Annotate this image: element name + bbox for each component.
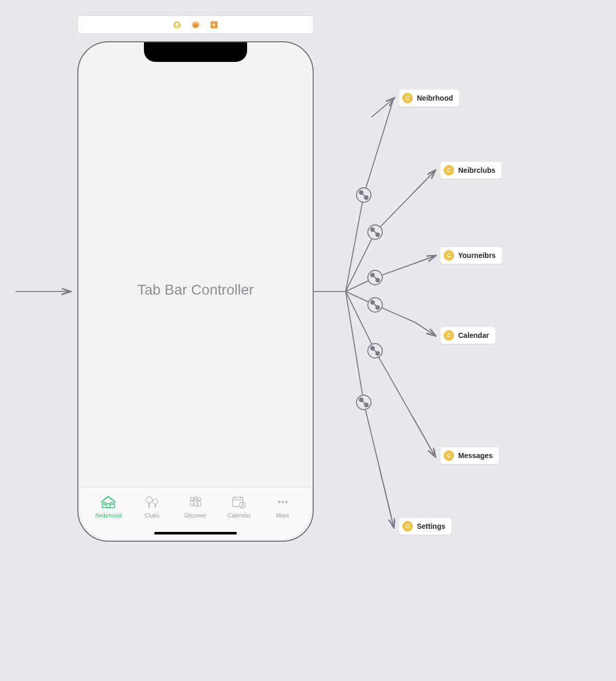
dest-label: Neibrhood [417, 94, 453, 102]
dest-label: Neibrclubs [458, 166, 495, 174]
svg-point-36 [146, 497, 152, 503]
svg-point-44 [198, 497, 201, 500]
svg-line-11 [415, 256, 435, 263]
svg-rect-34 [104, 502, 106, 505]
svg-point-24 [376, 352, 380, 355]
scene-badge-icon: C [444, 450, 454, 461]
svg-point-2 [356, 188, 371, 202]
svg-point-27 [356, 395, 371, 410]
segue-messages [346, 291, 435, 456]
svg-point-7 [368, 225, 382, 239]
svg-rect-43 [194, 500, 197, 506]
tab-label: More [276, 512, 289, 518]
tab-label: Discover [185, 512, 207, 518]
tab-calendar[interactable]: Calendar [217, 488, 261, 539]
svg-line-16 [415, 322, 435, 335]
svg-line-20 [372, 302, 378, 307]
svg-rect-33 [107, 504, 110, 508]
dest-neibrclubs[interactable]: C Neibrclubs [440, 161, 502, 179]
dest-settings[interactable]: C Settings [399, 517, 452, 535]
svg-rect-35 [111, 502, 113, 505]
svg-line-1 [371, 99, 394, 117]
svg-point-22 [368, 344, 382, 358]
svg-rect-39 [155, 504, 156, 507]
dest-yourneibrs[interactable]: C Yourneibrs [440, 247, 502, 264]
phone-notch [144, 41, 247, 62]
svg-point-52 [281, 501, 284, 504]
scene-toolbar [77, 15, 314, 34]
svg-point-9 [376, 233, 380, 237]
svg-line-30 [361, 400, 366, 405]
segue-settings [346, 291, 394, 527]
svg-point-12 [368, 270, 382, 285]
svg-point-8 [371, 228, 375, 232]
scene-badge-icon: C [402, 93, 413, 103]
phone-screen: Tab Bar Controller Neibrhood [79, 43, 312, 540]
tab-label: Calendar [228, 512, 251, 518]
svg-rect-37 [149, 503, 150, 507]
tab-discover[interactable]: Discover [174, 488, 217, 539]
scene-badge-icon: C [444, 165, 454, 175]
svg-point-18 [371, 301, 375, 304]
tab-label: Clubs [145, 512, 159, 518]
tab-more[interactable]: More [261, 488, 311, 539]
tab-clubs[interactable]: Clubs [130, 488, 173, 539]
tree-icon [144, 495, 160, 509]
svg-point-23 [371, 347, 375, 350]
svg-point-38 [153, 499, 158, 504]
segue-neibrclubs [346, 171, 435, 291]
svg-line-5 [361, 192, 366, 198]
svg-line-21 [413, 417, 435, 456]
svg-line-10 [372, 230, 378, 235]
phone-frame: Tab Bar Controller Neibrhood [77, 41, 314, 542]
segue-yourneibrs [346, 256, 435, 291]
svg-line-15 [372, 275, 378, 280]
svg-point-42 [194, 497, 197, 500]
svg-point-53 [285, 501, 287, 504]
exit-icon[interactable] [209, 20, 219, 29]
segue-calendar [346, 291, 435, 335]
people-icon [187, 495, 204, 509]
tab-bar: Neibrhood Clubs [80, 487, 311, 539]
calendar-clock-icon [231, 495, 247, 509]
svg-point-13 [371, 273, 375, 277]
svg-point-51 [278, 501, 280, 504]
svg-point-14 [376, 279, 380, 282]
dest-label: Messages [458, 451, 493, 460]
svg-point-19 [376, 306, 380, 310]
dest-calendar[interactable]: C Calendar [440, 327, 496, 344]
house-icon [100, 495, 117, 509]
svg-point-29 [365, 403, 368, 407]
scene-badge-icon: C [402, 521, 413, 531]
svg-rect-41 [190, 501, 193, 506]
cube-icon[interactable] [191, 20, 200, 29]
home-indicator [154, 532, 237, 534]
segue-neibrhood [346, 99, 394, 291]
svg-rect-45 [198, 501, 201, 506]
svg-point-17 [368, 298, 382, 312]
svg-line-6 [413, 171, 435, 193]
tab-label: Neibrhood [95, 512, 122, 518]
svg-point-40 [190, 497, 193, 500]
svg-point-3 [360, 191, 363, 194]
svg-point-28 [360, 398, 363, 402]
screen-title: Tab Bar Controller [79, 282, 312, 298]
scene-badge-icon: C [444, 330, 454, 340]
svg-line-26 [379, 467, 394, 527]
dest-label: Calendar [458, 331, 489, 339]
dest-label: Yourneibrs [458, 251, 496, 260]
dest-label: Settings [417, 522, 445, 530]
shield-icon[interactable] [172, 20, 182, 29]
dest-messages[interactable]: C Messages [440, 447, 499, 464]
dest-neibrhood[interactable]: C Neibrhood [399, 89, 460, 107]
tab-neibrhood[interactable]: Neibrhood [80, 488, 130, 539]
svg-line-25 [372, 348, 378, 353]
svg-point-4 [365, 196, 368, 200]
scene-badge-icon: C [444, 250, 454, 261]
more-icon [274, 495, 291, 509]
